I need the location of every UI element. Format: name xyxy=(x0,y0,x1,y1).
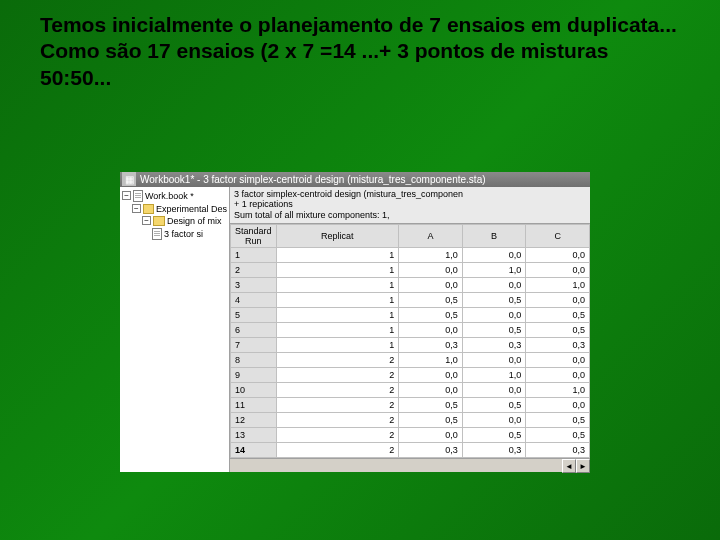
cell-b[interactable]: 0,3 xyxy=(462,443,526,458)
table-row[interactable]: 1020,00,01,0 xyxy=(231,383,590,398)
cell-b[interactable]: 0,0 xyxy=(462,248,526,263)
row-number[interactable]: 3 xyxy=(231,278,277,293)
cell-c[interactable]: 0,0 xyxy=(526,398,590,413)
row-number[interactable]: 5 xyxy=(231,308,277,323)
cell-b[interactable]: 0,5 xyxy=(462,293,526,308)
table-row[interactable]: 1320,00,50,5 xyxy=(231,428,590,443)
cell-replicate[interactable]: 1 xyxy=(276,263,399,278)
table-row[interactable]: 920,01,00,0 xyxy=(231,368,590,383)
cell-c[interactable]: 1,0 xyxy=(526,383,590,398)
cell-b[interactable]: 1,0 xyxy=(462,263,526,278)
row-number[interactable]: 6 xyxy=(231,323,277,338)
cell-replicate[interactable]: 1 xyxy=(276,323,399,338)
tree-panel[interactable]: − Work.book * − Experimental Des − Desig… xyxy=(120,187,230,472)
table-row[interactable]: 1120,50,50,0 xyxy=(231,398,590,413)
cell-c[interactable]: 0,0 xyxy=(526,353,590,368)
data-table[interactable]: Standard Run Replicat A B C 111,00,00,02… xyxy=(230,224,590,458)
row-number[interactable]: 13 xyxy=(231,428,277,443)
titlebar[interactable]: ▦ Workbook1* - 3 factor simplex-centroid… xyxy=(120,172,590,187)
col-stdrun[interactable]: Standard Run xyxy=(231,225,277,248)
cell-replicate[interactable]: 1 xyxy=(276,338,399,353)
cell-replicate[interactable]: 2 xyxy=(276,398,399,413)
col-replicate[interactable]: Replicat xyxy=(276,225,399,248)
cell-replicate[interactable]: 2 xyxy=(276,353,399,368)
cell-c[interactable]: 0,0 xyxy=(526,263,590,278)
data-grid[interactable]: Standard Run Replicat A B C 111,00,00,02… xyxy=(230,224,590,458)
scroll-left-icon[interactable]: ◄ xyxy=(562,459,576,473)
row-number[interactable]: 4 xyxy=(231,293,277,308)
table-row[interactable]: 1220,50,00,5 xyxy=(231,413,590,428)
cell-a[interactable]: 0,0 xyxy=(399,368,463,383)
cell-b[interactable]: 0,5 xyxy=(462,398,526,413)
cell-replicate[interactable]: 2 xyxy=(276,443,399,458)
cell-c[interactable]: 0,0 xyxy=(526,248,590,263)
tree-item-exp[interactable]: − Experimental Des xyxy=(122,203,227,215)
cell-c[interactable]: 0,5 xyxy=(526,428,590,443)
table-row[interactable]: 821,00,00,0 xyxy=(231,353,590,368)
cell-replicate[interactable]: 1 xyxy=(276,278,399,293)
cell-a[interactable]: 0,5 xyxy=(399,293,463,308)
row-number[interactable]: 1 xyxy=(231,248,277,263)
table-row[interactable]: 510,50,00,5 xyxy=(231,308,590,323)
cell-a[interactable]: 0,5 xyxy=(399,308,463,323)
cell-replicate[interactable]: 2 xyxy=(276,413,399,428)
cell-replicate[interactable]: 2 xyxy=(276,383,399,398)
collapse-icon[interactable]: − xyxy=(132,204,141,213)
cell-b[interactable]: 0,0 xyxy=(462,383,526,398)
cell-c[interactable]: 1,0 xyxy=(526,278,590,293)
cell-replicate[interactable]: 2 xyxy=(276,428,399,443)
cell-c[interactable]: 0,5 xyxy=(526,308,590,323)
cell-a[interactable]: 0,0 xyxy=(399,263,463,278)
cell-c[interactable]: 0,3 xyxy=(526,338,590,353)
cell-b[interactable]: 0,0 xyxy=(462,278,526,293)
cell-replicate[interactable]: 1 xyxy=(276,248,399,263)
cell-a[interactable]: 0,5 xyxy=(399,413,463,428)
row-number[interactable]: 14 xyxy=(231,443,277,458)
cell-b[interactable]: 0,5 xyxy=(462,323,526,338)
cell-b[interactable]: 1,0 xyxy=(462,368,526,383)
cell-b[interactable]: 0,0 xyxy=(462,308,526,323)
table-row[interactable]: 111,00,00,0 xyxy=(231,248,590,263)
cell-b[interactable]: 0,0 xyxy=(462,353,526,368)
horizontal-scrollbar[interactable]: ◄ ► xyxy=(230,458,590,472)
table-row[interactable]: 210,01,00,0 xyxy=(231,263,590,278)
cell-a[interactable]: 0,0 xyxy=(399,323,463,338)
tree-item-sheet[interactable]: 3 factor si xyxy=(122,227,227,241)
cell-a[interactable]: 1,0 xyxy=(399,248,463,263)
cell-replicate[interactable]: 2 xyxy=(276,368,399,383)
cell-a[interactable]: 0,0 xyxy=(399,278,463,293)
cell-a[interactable]: 0,0 xyxy=(399,428,463,443)
row-number[interactable]: 2 xyxy=(231,263,277,278)
col-c[interactable]: C xyxy=(526,225,590,248)
cell-a[interactable]: 0,3 xyxy=(399,338,463,353)
row-number[interactable]: 9 xyxy=(231,368,277,383)
collapse-icon[interactable]: − xyxy=(122,191,131,200)
cell-a[interactable]: 0,3 xyxy=(399,443,463,458)
row-number[interactable]: 11 xyxy=(231,398,277,413)
cell-a[interactable]: 1,0 xyxy=(399,353,463,368)
table-row[interactable]: 410,50,50,0 xyxy=(231,293,590,308)
row-number[interactable]: 12 xyxy=(231,413,277,428)
row-number[interactable]: 7 xyxy=(231,338,277,353)
cell-c[interactable]: 0,3 xyxy=(526,443,590,458)
table-row[interactable]: 310,00,01,0 xyxy=(231,278,590,293)
table-row[interactable]: 710,30,30,3 xyxy=(231,338,590,353)
cell-a[interactable]: 0,5 xyxy=(399,398,463,413)
cell-replicate[interactable]: 1 xyxy=(276,308,399,323)
cell-c[interactable]: 0,0 xyxy=(526,293,590,308)
cell-c[interactable]: 0,5 xyxy=(526,323,590,338)
scroll-right-icon[interactable]: ► xyxy=(576,459,590,473)
cell-a[interactable]: 0,0 xyxy=(399,383,463,398)
table-row[interactable]: 610,00,50,5 xyxy=(231,323,590,338)
col-a[interactable]: A xyxy=(399,225,463,248)
cell-b[interactable]: 0,0 xyxy=(462,413,526,428)
cell-b[interactable]: 0,5 xyxy=(462,428,526,443)
cell-c[interactable]: 0,0 xyxy=(526,368,590,383)
tree-item-root[interactable]: − Work.book * xyxy=(122,189,227,203)
cell-b[interactable]: 0,3 xyxy=(462,338,526,353)
row-number[interactable]: 10 xyxy=(231,383,277,398)
tree-item-design[interactable]: − Design of mix xyxy=(122,215,227,227)
cell-replicate[interactable]: 1 xyxy=(276,293,399,308)
table-row[interactable]: 1420,30,30,3 xyxy=(231,443,590,458)
row-number[interactable]: 8 xyxy=(231,353,277,368)
